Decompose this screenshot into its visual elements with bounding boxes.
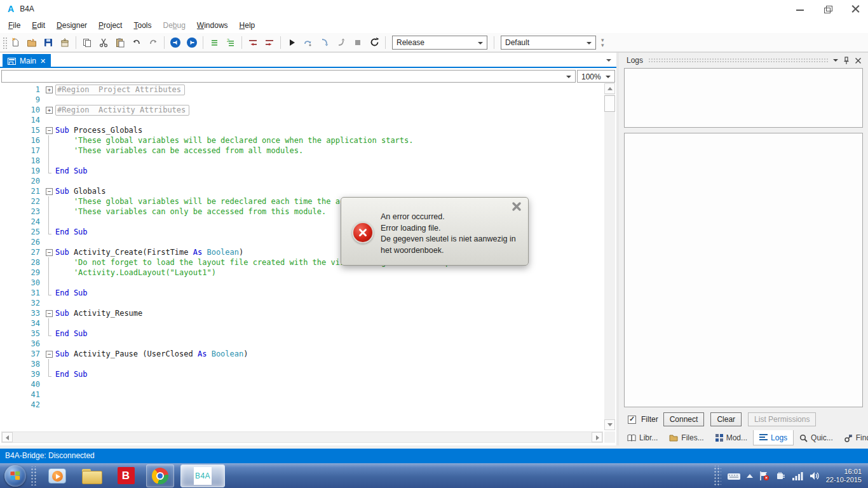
vertical-scroll-thumb[interactable] bbox=[604, 95, 615, 112]
restore-button-icon[interactable] bbox=[824, 4, 832, 13]
minimize-button-icon[interactable] bbox=[796, 4, 804, 13]
menu-file[interactable]: File bbox=[3, 19, 26, 32]
code-line[interactable]: 1#Region Project Attributes bbox=[0, 85, 604, 95]
step-out-icon[interactable] bbox=[334, 35, 349, 50]
menu-edit[interactable]: Edit bbox=[26, 19, 51, 32]
action-center-flag-icon[interactable] bbox=[759, 471, 770, 481]
filter-checkbox[interactable] bbox=[628, 416, 636, 424]
scroll-right-icon[interactable] bbox=[592, 432, 602, 442]
code-line[interactable]: 35End Sub bbox=[0, 329, 604, 339]
logs-output-area[interactable] bbox=[624, 68, 863, 128]
panel-tab-quic[interactable]: Quic... bbox=[794, 430, 839, 445]
tab-list-chevron-icon[interactable] bbox=[606, 59, 611, 62]
shift-left-icon[interactable] bbox=[245, 35, 261, 50]
network-signal-icon[interactable] bbox=[792, 471, 803, 480]
clear-button[interactable]: Clear bbox=[710, 412, 742, 426]
code-line[interactable]: 29 'Activity.LoadLayout("Layout1") bbox=[0, 268, 604, 278]
toolbar-grip[interactable] bbox=[2, 36, 7, 49]
scroll-up-icon[interactable] bbox=[604, 83, 615, 94]
code-line[interactable]: 39End Sub bbox=[0, 369, 604, 379]
horizontal-scrollbar[interactable] bbox=[1, 431, 603, 443]
comment-icon[interactable] bbox=[207, 35, 222, 50]
navigate-forward-icon[interactable] bbox=[184, 35, 200, 50]
code-line[interactable]: 21Sub Globals bbox=[0, 186, 604, 196]
save-icon[interactable] bbox=[41, 35, 56, 50]
code-line[interactable]: 41 bbox=[0, 390, 604, 400]
code-line[interactable]: 14 bbox=[0, 115, 604, 125]
keyboard-icon[interactable] bbox=[727, 471, 741, 480]
code-line[interactable]: 40 bbox=[0, 379, 604, 390]
run-icon[interactable] bbox=[284, 35, 299, 50]
shift-right-icon[interactable] bbox=[262, 35, 277, 50]
explorer-taskbar-button[interactable] bbox=[78, 464, 105, 487]
menu-project[interactable]: Project bbox=[93, 19, 128, 32]
fold-collapse-icon[interactable] bbox=[46, 349, 55, 359]
rebuild-icon[interactable] bbox=[367, 35, 382, 50]
step-into-icon[interactable] bbox=[317, 35, 332, 50]
volume-icon[interactable] bbox=[809, 471, 820, 481]
step-over-icon[interactable] bbox=[301, 35, 316, 50]
panel-tab-libr[interactable]: Libr... bbox=[621, 430, 663, 445]
menu-designer[interactable]: Designer bbox=[51, 19, 93, 32]
panel-close-icon[interactable] bbox=[855, 57, 862, 64]
module-member-dropdown[interactable] bbox=[1, 70, 576, 83]
open-project-icon[interactable] bbox=[24, 35, 39, 50]
panel-tab-logs[interactable]: Logs bbox=[753, 430, 794, 445]
fold-collapse-icon[interactable] bbox=[46, 186, 55, 196]
stop-icon[interactable] bbox=[350, 35, 365, 50]
b4a-taskbar-button[interactable]: B4A bbox=[180, 464, 225, 487]
vertical-scrollbar[interactable] bbox=[604, 83, 615, 430]
panel-drag-texture[interactable] bbox=[648, 58, 828, 63]
cut-icon[interactable] bbox=[96, 35, 111, 50]
code-line[interactable]: 34 bbox=[0, 318, 604, 329]
logs-detail-area[interactable] bbox=[624, 133, 863, 407]
pin-icon[interactable] bbox=[843, 57, 850, 65]
new-file-icon[interactable] bbox=[8, 35, 23, 50]
connect-button[interactable]: Connect bbox=[663, 412, 705, 426]
code-line[interactable]: 36 bbox=[0, 339, 604, 349]
undo-icon[interactable] bbox=[129, 35, 144, 50]
bitdefender-taskbar-button[interactable]: B bbox=[112, 464, 140, 487]
code-line[interactable]: 31End Sub bbox=[0, 288, 604, 298]
menu-tools[interactable]: Tools bbox=[128, 19, 157, 32]
redo-icon[interactable] bbox=[146, 35, 161, 50]
scroll-left-icon[interactable] bbox=[2, 432, 13, 442]
code-line[interactable]: 32 bbox=[0, 298, 604, 308]
fold-expand-icon[interactable] bbox=[46, 85, 55, 95]
panel-tab-mod[interactable]: Mod... bbox=[710, 430, 753, 445]
close-button-icon[interactable] bbox=[851, 4, 860, 13]
toolbar-overflow-icon[interactable]: ▾▾ bbox=[601, 37, 604, 48]
code-line[interactable]: 42 bbox=[0, 400, 604, 410]
panel-menu-chevron-icon[interactable] bbox=[833, 59, 838, 62]
menu-windows[interactable]: Windows bbox=[191, 19, 234, 32]
media-player-taskbar-button[interactable] bbox=[43, 464, 71, 487]
fold-expand-icon[interactable] bbox=[46, 105, 55, 115]
code-line[interactable]: 9 bbox=[0, 95, 604, 105]
code-line[interactable]: 30 bbox=[0, 278, 604, 288]
navigate-back-icon[interactable] bbox=[168, 35, 183, 50]
editor-zoom-dropdown[interactable]: 100% bbox=[577, 70, 615, 83]
code-line[interactable]: 38 bbox=[0, 359, 604, 369]
paste-icon[interactable] bbox=[112, 35, 128, 50]
build-configuration-dropdown[interactable]: Release bbox=[392, 36, 487, 50]
fold-collapse-icon[interactable] bbox=[46, 125, 55, 135]
menu-help[interactable]: Help bbox=[234, 19, 261, 32]
code-line[interactable]: 10#Region Activity Attributes bbox=[0, 105, 604, 115]
taskbar-clock[interactable]: 16:01 22-10-2015 bbox=[826, 468, 862, 484]
power-plug-icon[interactable] bbox=[776, 471, 786, 481]
code-line[interactable]: 16 'These global variables will be decla… bbox=[0, 135, 604, 146]
start-button[interactable] bbox=[4, 465, 26, 487]
uncomment-icon[interactable]: 2 bbox=[223, 35, 238, 50]
code-line[interactable]: 37Sub Activity_Pause (UserClosed As Bool… bbox=[0, 349, 604, 359]
code-line[interactable]: 33Sub Activity_Resume bbox=[0, 308, 604, 318]
run-configuration-dropdown[interactable]: Default bbox=[501, 36, 596, 50]
tab-main[interactable]: Main ✕ bbox=[3, 54, 51, 68]
show-hidden-icons-button[interactable] bbox=[747, 474, 753, 478]
code-line[interactable]: 19End Sub bbox=[0, 166, 604, 176]
chrome-taskbar-button[interactable] bbox=[146, 464, 174, 487]
copy-icon[interactable] bbox=[79, 35, 95, 50]
scroll-down-icon[interactable] bbox=[604, 419, 615, 430]
fold-collapse-icon[interactable] bbox=[46, 308, 55, 318]
code-line[interactable]: 20 bbox=[0, 176, 604, 186]
panel-tab-files[interactable]: Files... bbox=[663, 430, 709, 445]
